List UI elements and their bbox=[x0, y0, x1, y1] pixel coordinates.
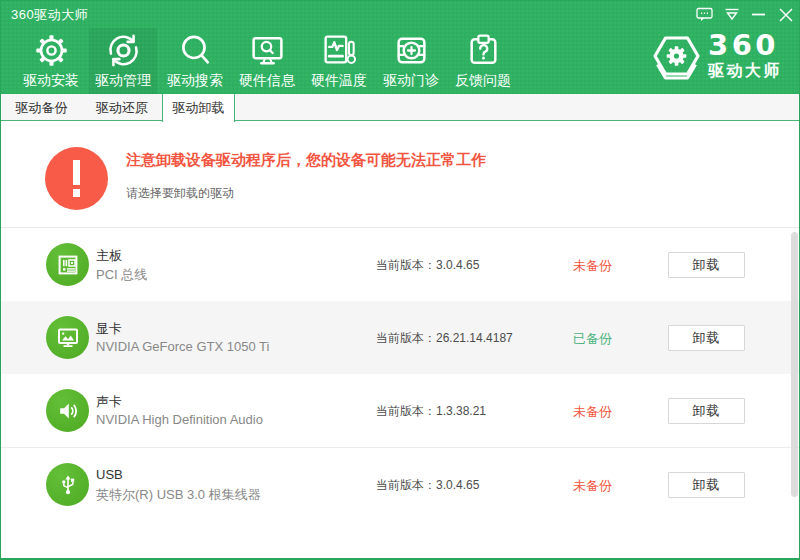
close-icon bbox=[779, 8, 793, 22]
tab-driver-backup[interactable]: 驱动备份 bbox=[1, 94, 82, 121]
sync-icon bbox=[105, 31, 142, 69]
driver-row-graphics[interactable]: 显卡 NVIDIA GeForce GTX 1050 Ti 当前版本：26.21… bbox=[1, 301, 799, 374]
nav-label: 硬件温度 bbox=[311, 73, 367, 87]
window-controls bbox=[691, 1, 799, 28]
temperature-icon bbox=[321, 31, 358, 69]
tab-label: 驱动卸载 bbox=[173, 99, 225, 117]
minimize-button[interactable] bbox=[745, 1, 772, 28]
window-title: 360驱动大师 bbox=[11, 6, 88, 24]
version-value: 3.0.4.65 bbox=[436, 258, 479, 272]
titlebar: 360驱动大师 bbox=[1, 1, 799, 28]
nav-item-driver-manage[interactable]: 驱动管理 bbox=[89, 28, 157, 94]
driver-name: PCI 总线 bbox=[96, 266, 147, 284]
nav-label: 驱动搜索 bbox=[167, 73, 223, 87]
nav-item-hardware-temp[interactable]: 硬件温度 bbox=[305, 28, 373, 94]
nav-label: 反馈问题 bbox=[455, 73, 511, 87]
version-value: 1.3.38.21 bbox=[436, 404, 486, 418]
nav-item-driver-search[interactable]: 驱动搜索 bbox=[161, 28, 229, 94]
version-label: 当前版本： bbox=[376, 331, 436, 345]
tab-driver-uninstall[interactable]: 驱动卸载 bbox=[162, 94, 235, 122]
backup-status: 未备份 bbox=[573, 403, 612, 421]
brand-logo: 360 驱动大师 bbox=[653, 34, 782, 84]
display-icon bbox=[46, 316, 89, 359]
close-button[interactable] bbox=[772, 1, 799, 28]
nav-item-feedback[interactable]: 反馈问题 bbox=[449, 28, 517, 94]
warning-exclamation-icon bbox=[45, 147, 108, 210]
nav-label: 硬件信息 bbox=[239, 73, 295, 87]
driver-category: 主板 bbox=[96, 247, 122, 265]
nav-item-driver-clinic[interactable]: 驱动门诊 bbox=[377, 28, 445, 94]
scrollbar-thumb[interactable] bbox=[791, 232, 798, 497]
first-aid-icon bbox=[393, 31, 430, 69]
version-value: 26.21.14.4187 bbox=[436, 331, 513, 345]
nav-label: 驱动管理 bbox=[95, 73, 151, 87]
search-icon bbox=[177, 31, 214, 69]
backup-status: 未备份 bbox=[573, 477, 612, 495]
driver-row-motherboard[interactable]: 主板 PCI 总线 当前版本：3.0.4.65 未备份 卸载 bbox=[1, 228, 799, 301]
uninstall-button[interactable]: 卸载 bbox=[668, 398, 745, 424]
speaker-icon bbox=[46, 389, 89, 432]
driver-category: USB bbox=[96, 467, 123, 482]
driver-version: 当前版本：26.21.14.4187 bbox=[376, 330, 513, 347]
minimize-icon bbox=[752, 13, 765, 16]
driver-version: 当前版本：1.3.38.21 bbox=[376, 403, 486, 420]
driver-row-usb[interactable]: USB 英特尔(R) USB 3.0 根集线器 当前版本：3.0.4.65 未备… bbox=[1, 447, 799, 520]
sub-tabbar: 驱动备份 驱动还原 驱动卸载 bbox=[1, 94, 799, 121]
uninstall-warning: 注意卸载设备驱动程序后，您的设备可能无法正常工作 请选择要卸载的驱动 bbox=[1, 121, 799, 228]
clipboard-question-icon bbox=[465, 31, 502, 69]
version-label: 当前版本： bbox=[376, 478, 436, 492]
gear-icon bbox=[33, 31, 70, 69]
message-button[interactable] bbox=[691, 1, 718, 28]
driver-name: 英特尔(R) USB 3.0 根集线器 bbox=[96, 486, 261, 504]
driver-name: NVIDIA High Definition Audio bbox=[96, 412, 263, 427]
tab-label: 驱动还原 bbox=[96, 99, 148, 117]
minimize-to-tray-button[interactable] bbox=[718, 1, 745, 28]
nav-item-driver-install[interactable]: 驱动安装 bbox=[17, 28, 85, 94]
version-label: 当前版本： bbox=[376, 404, 436, 418]
driver-list: 主板 PCI 总线 当前版本：3.0.4.65 未备份 卸载 显卡 NVIDIA… bbox=[1, 228, 799, 520]
driver-version: 当前版本：3.0.4.65 bbox=[376, 257, 479, 274]
nav-label: 驱动门诊 bbox=[383, 73, 439, 87]
app-window: 360驱动大师 bbox=[0, 0, 800, 560]
logo-brand-number: 360 bbox=[708, 34, 782, 57]
uninstall-button[interactable]: 卸载 bbox=[668, 472, 745, 498]
monitor-search-icon bbox=[249, 31, 286, 69]
driver-version: 当前版本：3.0.4.65 bbox=[376, 477, 479, 494]
version-label: 当前版本： bbox=[376, 258, 436, 272]
warning-subtitle: 请选择要卸载的驱动 bbox=[126, 185, 234, 202]
backup-status: 未备份 bbox=[573, 257, 612, 275]
warning-title: 注意卸载设备驱动程序后，您的设备可能无法正常工作 bbox=[126, 151, 486, 170]
logo-brand-name: 驱动大师 bbox=[708, 63, 782, 79]
tab-driver-restore[interactable]: 驱动还原 bbox=[82, 94, 162, 121]
motherboard-icon bbox=[46, 243, 89, 286]
driver-category: 显卡 bbox=[96, 320, 122, 338]
warning-bar bbox=[73, 160, 80, 185]
tab-label: 驱动备份 bbox=[16, 99, 68, 117]
logo-hexagon-gear-icon bbox=[653, 34, 700, 84]
uninstall-button[interactable]: 卸载 bbox=[668, 325, 745, 351]
driver-name: NVIDIA GeForce GTX 1050 Ti bbox=[96, 339, 269, 354]
app-header: 360驱动大师 bbox=[1, 1, 799, 94]
warning-dot bbox=[73, 189, 80, 197]
uninstall-button[interactable]: 卸载 bbox=[668, 252, 745, 278]
tray-arrow-icon bbox=[724, 8, 740, 21]
nav-item-hardware-info[interactable]: 硬件信息 bbox=[233, 28, 301, 94]
message-bubble-icon bbox=[696, 7, 713, 22]
usb-icon bbox=[46, 463, 89, 506]
backup-status: 已备份 bbox=[573, 330, 612, 348]
driver-row-sound[interactable]: 声卡 NVIDIA High Definition Audio 当前版本：1.3… bbox=[1, 374, 799, 447]
version-value: 3.0.4.65 bbox=[436, 478, 479, 492]
nav-label: 驱动安装 bbox=[23, 73, 79, 87]
driver-category: 声卡 bbox=[96, 393, 122, 411]
